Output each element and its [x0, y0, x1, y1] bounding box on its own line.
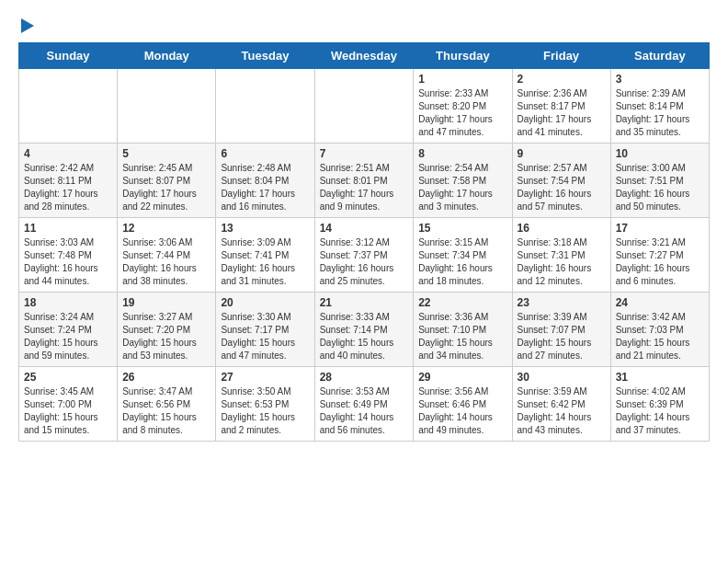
day-number: 16: [518, 222, 606, 235]
logo: [18, 18, 34, 33]
calendar-cell: 22Sunrise: 3:36 AM Sunset: 7:10 PM Dayli…: [414, 293, 512, 367]
calendar-cell: 21Sunrise: 3:33 AM Sunset: 7:14 PM Dayli…: [314, 293, 414, 367]
calendar-cell: 6Sunrise: 2:48 AM Sunset: 8:04 PM Daylig…: [216, 144, 314, 218]
day-number: 20: [221, 296, 309, 309]
calendar-cell: 5Sunrise: 2:45 AM Sunset: 8:07 PM Daylig…: [118, 144, 216, 218]
day-info: Sunrise: 2:54 AM Sunset: 7:58 PM Dayligh…: [418, 162, 506, 213]
day-number: 4: [24, 147, 112, 160]
weekday-header-wednesday: Wednesday: [314, 43, 414, 69]
calendar-cell: 11Sunrise: 3:03 AM Sunset: 7:48 PM Dayli…: [19, 218, 118, 293]
day-number: 17: [616, 222, 704, 235]
calendar-cell: 30Sunrise: 3:59 AM Sunset: 6:42 PM Dayli…: [512, 367, 610, 442]
day-info: Sunrise: 3:27 AM Sunset: 7:20 PM Dayligh…: [122, 311, 210, 362]
day-info: Sunrise: 3:15 AM Sunset: 7:34 PM Dayligh…: [418, 236, 506, 288]
day-number: 11: [24, 222, 112, 235]
calendar-table: SundayMondayTuesdayWednesdayThursdayFrid…: [18, 42, 710, 442]
header: [18, 18, 710, 33]
day-number: 22: [418, 296, 506, 309]
calendar-week-row: 25Sunrise: 3:45 AM Sunset: 7:00 PM Dayli…: [19, 367, 710, 442]
day-info: Sunrise: 2:48 AM Sunset: 8:04 PM Dayligh…: [221, 162, 309, 213]
day-info: Sunrise: 2:42 AM Sunset: 8:11 PM Dayligh…: [24, 162, 112, 213]
calendar-cell: 24Sunrise: 3:42 AM Sunset: 7:03 PM Dayli…: [610, 293, 709, 367]
calendar-cell: 1Sunrise: 2:33 AM Sunset: 8:20 PM Daylig…: [414, 69, 512, 144]
calendar-cell: [19, 69, 118, 144]
day-number: 15: [418, 222, 506, 235]
calendar-cell: 14Sunrise: 3:12 AM Sunset: 7:37 PM Dayli…: [314, 218, 414, 293]
calendar-cell: 16Sunrise: 3:18 AM Sunset: 7:31 PM Dayli…: [512, 218, 610, 293]
calendar-cell: [216, 69, 314, 144]
calendar-week-row: 18Sunrise: 3:24 AM Sunset: 7:24 PM Dayli…: [19, 293, 710, 367]
calendar-week-row: 4Sunrise: 2:42 AM Sunset: 8:11 PM Daylig…: [19, 144, 710, 218]
day-info: Sunrise: 4:02 AM Sunset: 6:39 PM Dayligh…: [616, 385, 704, 437]
day-number: 28: [320, 371, 409, 384]
day-number: 14: [320, 222, 409, 235]
calendar-cell: 12Sunrise: 3:06 AM Sunset: 7:44 PM Dayli…: [118, 218, 216, 293]
day-info: Sunrise: 3:59 AM Sunset: 6:42 PM Dayligh…: [518, 385, 606, 437]
day-number: 27: [221, 371, 309, 384]
calendar-cell: [118, 69, 216, 144]
day-number: 2: [518, 73, 606, 86]
day-info: Sunrise: 3:50 AM Sunset: 6:53 PM Dayligh…: [221, 385, 309, 437]
day-info: Sunrise: 2:33 AM Sunset: 8:20 PM Dayligh…: [418, 87, 506, 139]
day-number: 25: [24, 371, 112, 384]
calendar-cell: 27Sunrise: 3:50 AM Sunset: 6:53 PM Dayli…: [216, 367, 314, 442]
calendar-cell: 4Sunrise: 2:42 AM Sunset: 8:11 PM Daylig…: [19, 144, 118, 218]
calendar-cell: 15Sunrise: 3:15 AM Sunset: 7:34 PM Dayli…: [414, 218, 512, 293]
calendar-cell: 9Sunrise: 2:57 AM Sunset: 7:54 PM Daylig…: [512, 144, 610, 218]
day-number: 26: [122, 371, 210, 384]
day-number: 8: [418, 147, 506, 160]
day-info: Sunrise: 3:09 AM Sunset: 7:41 PM Dayligh…: [221, 236, 309, 288]
weekday-header-thursday: Thursday: [414, 43, 512, 69]
day-number: 7: [320, 147, 409, 160]
calendar-cell: 19Sunrise: 3:27 AM Sunset: 7:20 PM Dayli…: [118, 293, 216, 367]
weekday-header-sunday: Sunday: [19, 43, 118, 69]
day-info: Sunrise: 3:03 AM Sunset: 7:48 PM Dayligh…: [24, 236, 112, 288]
calendar-cell: 26Sunrise: 3:47 AM Sunset: 6:56 PM Dayli…: [118, 367, 216, 442]
day-info: Sunrise: 3:42 AM Sunset: 7:03 PM Dayligh…: [616, 311, 704, 362]
weekday-header-saturday: Saturday: [610, 43, 709, 69]
day-number: 6: [221, 147, 309, 160]
calendar-cell: 8Sunrise: 2:54 AM Sunset: 7:58 PM Daylig…: [414, 144, 512, 218]
day-info: Sunrise: 3:39 AM Sunset: 7:07 PM Dayligh…: [518, 311, 606, 362]
day-number: 5: [122, 147, 210, 160]
day-info: Sunrise: 3:24 AM Sunset: 7:24 PM Dayligh…: [24, 311, 112, 362]
day-info: Sunrise: 3:18 AM Sunset: 7:31 PM Dayligh…: [518, 236, 606, 288]
weekday-header-friday: Friday: [512, 43, 610, 69]
calendar-cell: 20Sunrise: 3:30 AM Sunset: 7:17 PM Dayli…: [216, 293, 314, 367]
calendar-cell: 29Sunrise: 3:56 AM Sunset: 6:46 PM Dayli…: [414, 367, 512, 442]
calendar-week-row: 11Sunrise: 3:03 AM Sunset: 7:48 PM Dayli…: [19, 218, 710, 293]
day-number: 23: [518, 296, 606, 309]
calendar-cell: [314, 69, 414, 144]
day-number: 31: [616, 371, 704, 384]
day-info: Sunrise: 3:00 AM Sunset: 7:51 PM Dayligh…: [616, 162, 704, 213]
calendar-cell: 17Sunrise: 3:21 AM Sunset: 7:27 PM Dayli…: [610, 218, 709, 293]
logo-arrow-icon: [21, 18, 34, 33]
day-number: 3: [616, 73, 704, 86]
day-number: 18: [24, 296, 112, 309]
weekday-header-tuesday: Tuesday: [216, 43, 314, 69]
day-number: 21: [320, 296, 409, 309]
calendar-cell: 23Sunrise: 3:39 AM Sunset: 7:07 PM Dayli…: [512, 293, 610, 367]
calendar-cell: 10Sunrise: 3:00 AM Sunset: 7:51 PM Dayli…: [610, 144, 709, 218]
calendar-week-row: 1Sunrise: 2:33 AM Sunset: 8:20 PM Daylig…: [19, 69, 710, 144]
calendar-cell: 18Sunrise: 3:24 AM Sunset: 7:24 PM Dayli…: [19, 293, 118, 367]
calendar-cell: 7Sunrise: 2:51 AM Sunset: 8:01 PM Daylig…: [314, 144, 414, 218]
day-info: Sunrise: 2:51 AM Sunset: 8:01 PM Dayligh…: [320, 162, 409, 213]
day-info: Sunrise: 3:47 AM Sunset: 6:56 PM Dayligh…: [122, 385, 210, 437]
calendar-cell: 2Sunrise: 2:36 AM Sunset: 8:17 PM Daylig…: [512, 69, 610, 144]
day-number: 24: [616, 296, 704, 309]
day-info: Sunrise: 2:57 AM Sunset: 7:54 PM Dayligh…: [518, 162, 606, 213]
calendar-cell: 28Sunrise: 3:53 AM Sunset: 6:49 PM Dayli…: [314, 367, 414, 442]
day-number: 19: [122, 296, 210, 309]
weekday-header-monday: Monday: [118, 43, 216, 69]
calendar-cell: 31Sunrise: 4:02 AM Sunset: 6:39 PM Dayli…: [610, 367, 709, 442]
day-number: 13: [221, 222, 309, 235]
weekday-header-row: SundayMondayTuesdayWednesdayThursdayFrid…: [19, 43, 710, 69]
day-info: Sunrise: 3:30 AM Sunset: 7:17 PM Dayligh…: [221, 311, 309, 362]
day-info: Sunrise: 2:36 AM Sunset: 8:17 PM Dayligh…: [518, 87, 606, 139]
day-info: Sunrise: 3:33 AM Sunset: 7:14 PM Dayligh…: [320, 311, 409, 362]
day-info: Sunrise: 3:45 AM Sunset: 7:00 PM Dayligh…: [24, 385, 112, 437]
day-info: Sunrise: 3:12 AM Sunset: 7:37 PM Dayligh…: [320, 236, 409, 288]
calendar-cell: 13Sunrise: 3:09 AM Sunset: 7:41 PM Dayli…: [216, 218, 314, 293]
calendar-cell: 25Sunrise: 3:45 AM Sunset: 7:00 PM Dayli…: [19, 367, 118, 442]
